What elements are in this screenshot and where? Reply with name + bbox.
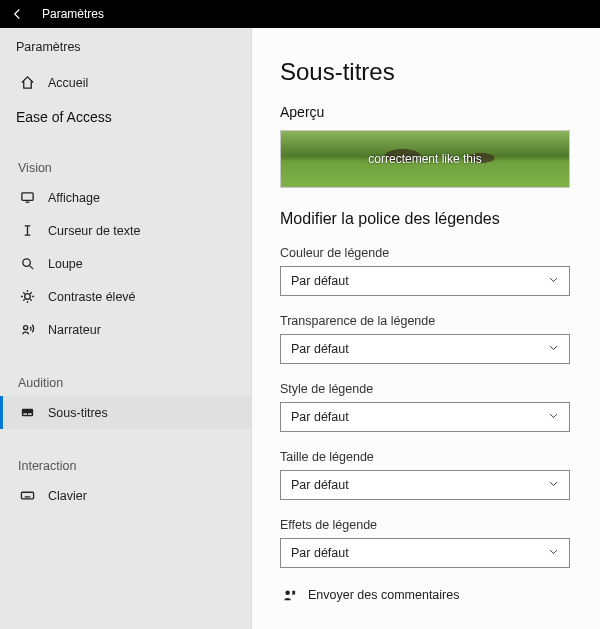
sidebar-item-label: Narrateur xyxy=(48,323,101,337)
sidebar-group-vision: Vision xyxy=(0,131,251,181)
sidebar-item-keyboard[interactable]: Clavier xyxy=(0,479,251,512)
preview-heading: Aperçu xyxy=(280,104,578,120)
narrator-icon xyxy=(18,321,36,339)
svg-point-8 xyxy=(285,590,290,595)
sidebar-item-home[interactable]: Accueil xyxy=(0,66,251,99)
brightness-icon xyxy=(18,288,36,306)
sidebar-item-display[interactable]: Affichage xyxy=(0,181,251,214)
back-arrow-icon xyxy=(11,8,23,20)
sidebar-item-label: Sous-titres xyxy=(48,406,108,420)
main-content: Sous-titres Aperçu correctement like thi… xyxy=(252,28,600,629)
text-cursor-icon xyxy=(18,222,36,240)
captions-icon xyxy=(18,404,36,422)
sidebar-header: Paramètres xyxy=(0,28,251,58)
svg-rect-5 xyxy=(23,413,27,414)
page-title: Sous-titres xyxy=(280,58,578,86)
window-title: Paramètres xyxy=(42,7,104,21)
dropdown-value: Par défaut xyxy=(291,342,349,356)
sidebar-item-text-cursor[interactable]: Curseur de texte xyxy=(0,214,251,247)
window-titlebar: Paramètres xyxy=(0,0,600,28)
sidebar-item-narrator[interactable]: Narrateur xyxy=(0,313,251,346)
svg-rect-7 xyxy=(21,492,33,499)
sidebar-item-captions[interactable]: Sous-titres xyxy=(0,396,251,429)
caption-transparency-dropdown[interactable]: Par défaut xyxy=(280,334,570,364)
keyboard-icon xyxy=(18,487,36,505)
feedback-link[interactable]: Envoyer des commentaires xyxy=(280,586,578,604)
svg-point-3 xyxy=(23,326,27,330)
chevron-down-icon xyxy=(548,410,559,424)
sidebar-ease-of-access[interactable]: Ease of Access xyxy=(0,99,251,131)
back-button[interactable] xyxy=(6,3,28,25)
sidebar: Paramètres Accueil Ease of Access Vision… xyxy=(0,28,252,629)
dropdown-value: Par défaut xyxy=(291,410,349,424)
caption-style-dropdown[interactable]: Par défaut xyxy=(280,402,570,432)
monitor-icon xyxy=(18,189,36,207)
svg-point-1 xyxy=(22,259,30,267)
svg-rect-0 xyxy=(21,193,32,201)
chevron-down-icon xyxy=(548,274,559,288)
sidebar-item-high-contrast[interactable]: Contraste élevé xyxy=(0,280,251,313)
dropdown-value: Par défaut xyxy=(291,478,349,492)
chevron-down-icon xyxy=(548,342,559,356)
feedback-icon xyxy=(280,586,298,604)
sidebar-group-interaction: Interaction xyxy=(0,429,251,479)
caption-style-label: Style de légende xyxy=(280,382,578,396)
caption-size-label: Taille de légende xyxy=(280,450,578,464)
sidebar-item-label: Curseur de texte xyxy=(48,224,140,238)
caption-preview-text: correctement like this xyxy=(368,152,481,166)
caption-effects-label: Effets de légende xyxy=(280,518,578,532)
feedback-label: Envoyer des commentaires xyxy=(308,588,459,602)
sidebar-item-label: Affichage xyxy=(48,191,100,205)
svg-rect-4 xyxy=(21,409,32,417)
sidebar-item-label: Loupe xyxy=(48,257,83,271)
sidebar-item-magnifier[interactable]: Loupe xyxy=(0,247,251,280)
caption-color-label: Couleur de légende xyxy=(280,246,578,260)
dropdown-value: Par défaut xyxy=(291,274,349,288)
sidebar-group-audition: Audition xyxy=(0,346,251,396)
caption-color-dropdown[interactable]: Par défaut xyxy=(280,266,570,296)
magnifier-icon xyxy=(18,255,36,273)
svg-rect-6 xyxy=(27,413,31,414)
caption-transparency-label: Transparence de la légende xyxy=(280,314,578,328)
chevron-down-icon xyxy=(548,546,559,560)
home-icon xyxy=(18,74,36,92)
caption-effects-dropdown[interactable]: Par défaut xyxy=(280,538,570,568)
sidebar-item-label: Clavier xyxy=(48,489,87,503)
sidebar-item-label: Contraste élevé xyxy=(48,290,136,304)
sidebar-item-label: Accueil xyxy=(48,76,88,90)
caption-preview: correctement like this xyxy=(280,130,570,188)
caption-size-dropdown[interactable]: Par défaut xyxy=(280,470,570,500)
svg-point-2 xyxy=(24,294,30,300)
section-title: Modifier la police des légendes xyxy=(280,210,578,228)
chevron-down-icon xyxy=(548,478,559,492)
dropdown-value: Par défaut xyxy=(291,546,349,560)
